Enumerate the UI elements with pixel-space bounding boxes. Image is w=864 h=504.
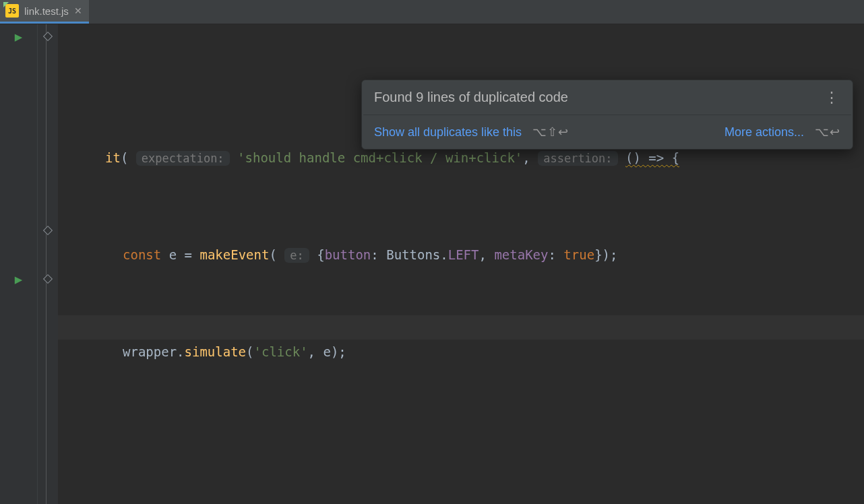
fold-gutter [38, 24, 58, 504]
tab-label: link.test.js [24, 5, 69, 17]
more-actions-link[interactable]: More actions... [724, 125, 804, 139]
param-hint: e: [284, 248, 309, 263]
close-icon[interactable]: ✕ [74, 5, 82, 16]
more-icon[interactable]: ⋮ [824, 95, 840, 100]
fold-marker[interactable] [38, 218, 58, 243]
gutter: ▶ ▶ [0, 24, 38, 504]
param-hint: expectation: [136, 151, 230, 166]
show-duplicates-link[interactable]: Show all duplicates like this [374, 125, 522, 139]
param-hint: assertion: [538, 151, 617, 166]
file-tab[interactable]: JS link.test.js ✕ [0, 0, 89, 24]
fold-marker[interactable] [38, 24, 58, 49]
shortcut-hint: ⌥↩ [815, 125, 840, 139]
shortcut-hint: ⌥⇧↩ [532, 125, 569, 139]
tab-bar: JS link.test.js ✕ [0, 0, 864, 24]
fold-marker[interactable] [38, 267, 58, 291]
popup-title: Found 9 lines of duplicated code [374, 90, 568, 105]
js-file-icon: JS [5, 4, 19, 18]
run-icon[interactable]: ▶ [0, 267, 37, 291]
current-line-highlight [0, 315, 864, 340]
run-icon[interactable]: ▶ [0, 24, 37, 49]
inspection-popup: Found 9 lines of duplicated code ⋮ Show … [361, 80, 853, 150]
